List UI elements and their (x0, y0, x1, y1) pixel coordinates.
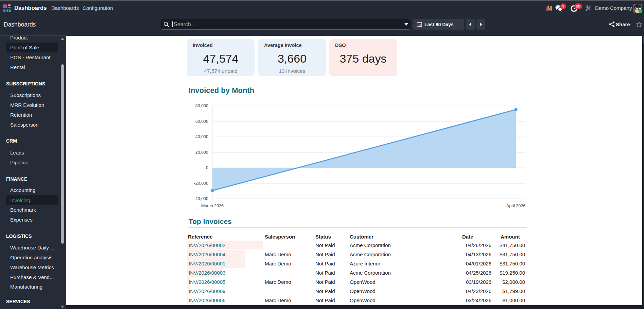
svg-text:0: 0 (206, 165, 208, 170)
svg-text:-40,000: -40,000 (194, 196, 208, 201)
svg-text:20,000: 20,000 (195, 150, 208, 155)
svg-text:-20,000: -20,000 (194, 181, 208, 186)
svg-text:80,000: 80,000 (195, 103, 208, 108)
svg-text:April 2026: April 2026 (506, 204, 525, 208)
svg-text:March 2026: March 2026 (201, 204, 224, 208)
svg-text:40,000: 40,000 (195, 134, 208, 139)
svg-text:60,000: 60,000 (195, 119, 208, 124)
